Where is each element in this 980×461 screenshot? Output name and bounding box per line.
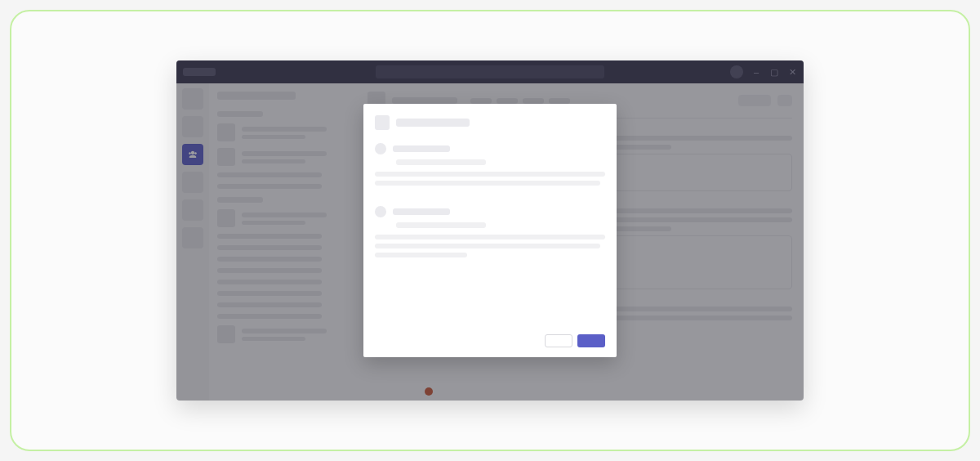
option-subtitle: [396, 159, 486, 165]
option-avatar: [375, 206, 386, 217]
option-desc-line: [375, 235, 605, 239]
option-name: [393, 208, 450, 215]
dialog-option[interactable]: [375, 143, 605, 190]
option-subtitle: [396, 222, 486, 228]
option-avatar: [375, 143, 386, 154]
option-desc-line: [375, 181, 600, 186]
option-desc-line: [375, 244, 600, 248]
option-desc-line: [375, 253, 467, 257]
dialog-icon: [375, 115, 390, 130]
cancel-button[interactable]: [545, 334, 572, 347]
confirm-button[interactable]: [577, 334, 605, 347]
modal-overlay[interactable]: [176, 60, 804, 401]
option-desc-line: [375, 172, 605, 177]
dialog: [363, 104, 617, 357]
dialog-option[interactable]: [375, 206, 605, 262]
app-window: – ▢ ✕: [176, 60, 804, 401]
illustration-frame: – ▢ ✕: [10, 10, 970, 451]
option-name: [393, 145, 450, 152]
dialog-title: [396, 119, 470, 127]
